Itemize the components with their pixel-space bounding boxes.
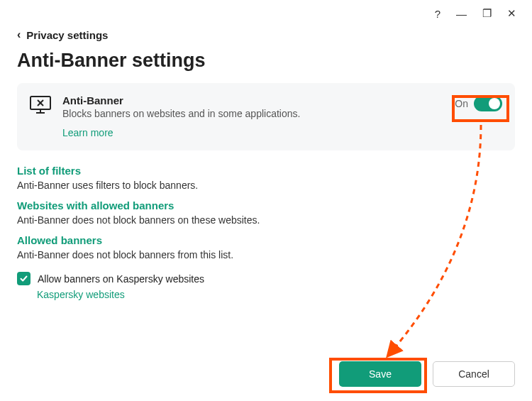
card-description: Blocks banners on websites and in some a… (62, 108, 443, 119)
anti-banner-icon (30, 94, 51, 117)
cancel-button[interactable]: Cancel (433, 361, 515, 387)
window-controls: ? — ❐ ✕ (419, 0, 532, 27)
card-title: Anti-Banner (62, 94, 443, 106)
section-desc: Anti-Banner does not block banners on th… (17, 214, 515, 226)
section-desc: Anti-Banner does not block banners from … (17, 249, 515, 260)
learn-more-link[interactable]: Learn more (62, 127, 113, 138)
section-filters[interactable]: List of filters Anti-Banner uses filters… (0, 159, 532, 194)
section-heading: Allowed banners (17, 234, 515, 246)
section-heading: Websites with allowed banners (17, 199, 515, 212)
section-allowed-banners[interactable]: Allowed banners Anti-Banner does not blo… (0, 229, 532, 263)
section-heading: List of filters (17, 165, 515, 177)
page-title: Anti-Banner settings (0, 47, 532, 83)
toggle-state-label: On (455, 98, 468, 109)
section-desc: Anti-Banner uses filters to block banner… (17, 180, 515, 191)
minimize-icon[interactable]: — (456, 8, 467, 20)
close-icon[interactable]: ✕ (507, 7, 516, 20)
help-icon[interactable]: ? (435, 8, 440, 20)
maximize-icon[interactable]: ❐ (482, 7, 492, 20)
anti-banner-card: Anti-Banner Blocks banners on websites a… (17, 83, 515, 150)
checkbox-label: Allow banners on Kaspersky websites (38, 273, 204, 285)
anti-banner-toggle[interactable] (474, 96, 502, 111)
save-button[interactable]: Save (339, 361, 421, 387)
kaspersky-websites-link[interactable]: Kaspersky websites (37, 289, 125, 300)
allow-kaspersky-checkbox-row[interactable]: Allow banners on Kaspersky websites (0, 263, 532, 287)
footer-buttons: Save Cancel (339, 361, 515, 387)
section-allowed-sites[interactable]: Websites with allowed banners Anti-Banne… (0, 194, 532, 229)
chevron-left-icon: ‹ (17, 28, 21, 41)
breadcrumb-label: Privacy settings (26, 29, 108, 41)
checkbox-checked-icon[interactable] (17, 272, 31, 285)
